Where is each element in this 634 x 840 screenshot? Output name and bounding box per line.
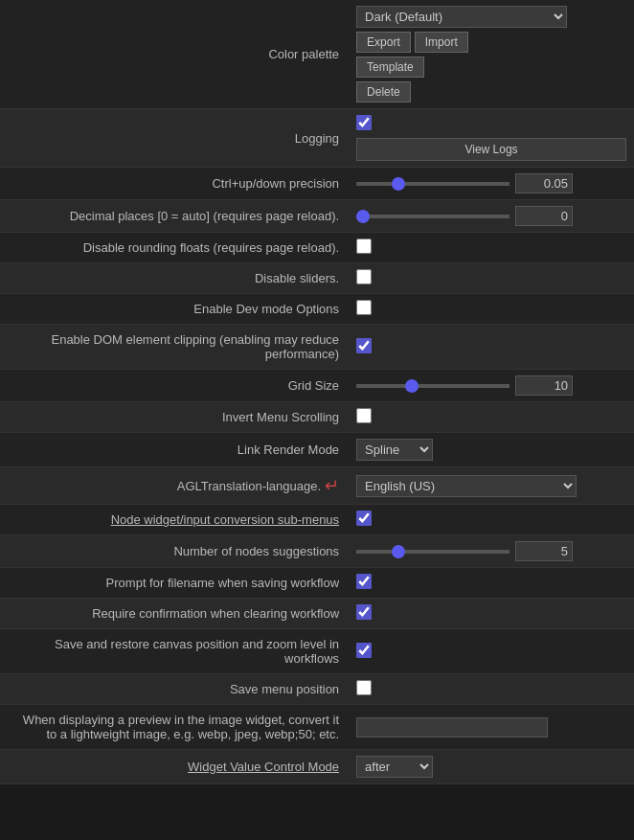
dom-clipping-control <box>349 325 634 370</box>
save-menu-position-control <box>349 674 634 705</box>
logging-control: View Logs <box>349 109 634 168</box>
logging-label: Logging <box>0 109 349 168</box>
ctrl-precision-row: Ctrl+up/down precision <box>0 168 634 200</box>
preview-convert-input[interactable] <box>356 717 548 738</box>
arrow-indicator-icon: ↵ <box>325 475 339 496</box>
node-widget-conversion-row: Node widget/input conversion sub-menus <box>0 505 634 535</box>
disable-sliders-checkbox[interactable] <box>356 269 372 284</box>
node-suggestions-label: Number of nodes suggestions <box>0 535 349 568</box>
grid-size-row: Grid Size <box>0 370 634 402</box>
widget-value-control-label: Widget Value Control Mode <box>0 750 349 784</box>
disable-rounding-row: Disable rounding floats (requires page r… <box>0 233 634 263</box>
widget-value-control-select[interactable]: after before disabled <box>356 756 433 778</box>
settings-table: Color palette Dark (Default) Light Custo… <box>0 0 634 784</box>
agl-translation-label: AGLTranslation-language. ↵ <box>0 467 349 505</box>
decimal-places-slider[interactable] <box>356 215 509 218</box>
color-palette-label: Color palette <box>0 0 349 109</box>
decimal-places-label: Decimal places [0 = auto] (requires page… <box>0 200 349 233</box>
decimal-places-control <box>349 200 634 233</box>
color-palette-control: Dark (Default) Light Custom Export Impor… <box>349 0 477 108</box>
save-menu-position-row: Save menu position <box>0 674 634 705</box>
logging-checkbox[interactable] <box>356 115 372 130</box>
export-button[interactable]: Export <box>356 32 411 53</box>
agl-translation-select[interactable]: English (US) Chinese Japanese Korean Fre… <box>356 475 577 497</box>
node-widget-conversion-label: Node widget/input conversion sub-menus <box>0 505 349 535</box>
dom-clipping-row: Enable DOM element clipping (enabling ma… <box>0 325 634 370</box>
node-widget-conversion-label-text: Node widget/input conversion sub-menus <box>111 512 339 527</box>
grid-size-input[interactable] <box>515 375 573 396</box>
delete-button[interactable]: Delete <box>356 81 411 102</box>
save-restore-canvas-row: Save and restore canvas position and zoo… <box>0 629 634 674</box>
grid-size-control <box>349 370 634 402</box>
enable-dev-mode-label: Enable Dev mode Options <box>0 294 349 325</box>
decimal-places-row: Decimal places [0 = auto] (requires page… <box>0 200 634 233</box>
grid-size-slider[interactable] <box>356 384 509 388</box>
color-palette-row: Color palette Dark (Default) Light Custo… <box>0 0 634 109</box>
invert-menu-scrolling-row: Invert Menu Scrolling <box>0 402 634 433</box>
node-widget-conversion-checkbox[interactable] <box>356 511 372 526</box>
node-widget-conversion-control <box>349 505 634 535</box>
agl-translation-control: English (US) Chinese Japanese Korean Fre… <box>349 467 634 505</box>
widget-value-control-row: Widget Value Control Mode after before d… <box>0 750 634 784</box>
save-menu-position-checkbox[interactable] <box>356 680 372 695</box>
ctrl-precision-slider[interactable] <box>356 182 509 186</box>
save-menu-position-label: Save menu position <box>0 674 349 705</box>
widget-value-control-control: after before disabled <box>349 750 634 784</box>
require-confirmation-label: Require confirmation when clearing workf… <box>0 599 349 629</box>
template-button[interactable]: Template <box>356 57 424 78</box>
link-render-mode-label: Link Render Mode <box>0 433 349 467</box>
disable-rounding-checkbox[interactable] <box>356 238 372 254</box>
invert-menu-scrolling-control <box>349 402 634 433</box>
invert-menu-scrolling-label: Invert Menu Scrolling <box>0 402 349 433</box>
require-confirmation-checkbox[interactable] <box>356 604 372 620</box>
dom-clipping-label: Enable DOM element clipping (enabling ma… <box>0 325 349 370</box>
ctrl-precision-label: Ctrl+up/down precision <box>0 168 349 200</box>
widget-value-control-label-text: Widget Value Control Mode <box>188 760 339 774</box>
preview-convert-row: When displaying a preview in the image w… <box>0 705 634 750</box>
prompt-filename-row: Prompt for filename when saving workflow <box>0 568 634 599</box>
save-restore-canvas-control <box>349 629 634 674</box>
disable-sliders-row: Disable sliders. <box>0 263 634 294</box>
disable-sliders-label: Disable sliders. <box>0 263 349 294</box>
save-restore-canvas-checkbox[interactable] <box>356 643 372 658</box>
invert-menu-scrolling-checkbox[interactable] <box>356 408 372 423</box>
enable-dev-mode-control <box>349 294 634 325</box>
enable-dev-mode-row: Enable Dev mode Options <box>0 294 634 325</box>
preview-convert-control <box>349 705 634 750</box>
node-suggestions-input[interactable] <box>515 541 573 561</box>
decimal-places-input[interactable] <box>515 206 573 226</box>
disable-rounding-label: Disable rounding floats (requires page r… <box>0 233 349 263</box>
ctrl-precision-control <box>349 168 634 200</box>
prompt-filename-checkbox[interactable] <box>356 574 372 589</box>
require-confirmation-control <box>349 599 634 629</box>
agl-translation-row: AGLTranslation-language. ↵ English (US) … <box>0 467 634 505</box>
dom-clipping-checkbox[interactable] <box>356 338 372 353</box>
color-palette-select[interactable]: Dark (Default) Light Custom <box>356 6 567 28</box>
ctrl-precision-input[interactable] <box>515 173 573 193</box>
preview-convert-label: When displaying a preview in the image w… <box>0 705 349 750</box>
disable-sliders-control <box>349 263 634 294</box>
link-render-mode-control: Spline Linear Straight Hidden <box>349 433 634 467</box>
logging-row: Logging View Logs <box>0 109 634 168</box>
disable-rounding-control <box>349 233 634 263</box>
import-button[interactable]: Import <box>415 32 468 53</box>
prompt-filename-label: Prompt for filename when saving workflow <box>0 568 349 599</box>
save-restore-canvas-label: Save and restore canvas position and zoo… <box>0 629 349 674</box>
node-suggestions-slider[interactable] <box>356 550 509 554</box>
view-logs-button[interactable]: View Logs <box>356 138 626 161</box>
require-confirmation-row: Require confirmation when clearing workf… <box>0 599 634 629</box>
grid-size-label: Grid Size <box>0 370 349 402</box>
node-suggestions-control <box>349 535 634 568</box>
node-suggestions-row: Number of nodes suggestions <box>0 535 634 568</box>
color-palette-buttons: Export Import Template Delete <box>356 32 469 102</box>
enable-dev-mode-checkbox[interactable] <box>356 300 372 315</box>
link-render-mode-row: Link Render Mode Spline Linear Straight … <box>0 433 634 467</box>
link-render-mode-select[interactable]: Spline Linear Straight Hidden <box>356 439 433 461</box>
agl-translation-label-text: AGLTranslation-language. <box>177 479 321 493</box>
prompt-filename-control <box>349 568 634 599</box>
